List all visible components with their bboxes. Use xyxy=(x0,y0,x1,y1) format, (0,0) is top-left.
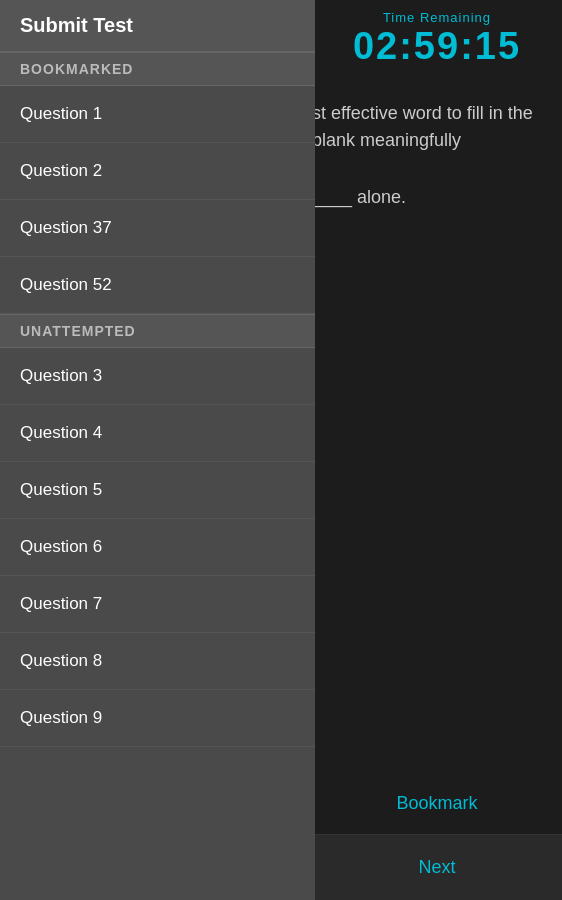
bookmarked-item-4[interactable]: Question 52 xyxy=(0,257,315,314)
question-blank: ____ alone. xyxy=(312,184,552,211)
bookmark-button[interactable]: Bookmark xyxy=(312,773,562,834)
unattempted-item-3[interactable]: Question 5 xyxy=(0,462,315,519)
bookmarked-item-2[interactable]: Question 2 xyxy=(0,143,315,200)
unattempted-item-5[interactable]: Question 7 xyxy=(0,576,315,633)
timer-section: Time Remaining 02:59:15 xyxy=(312,0,562,78)
drawer-scroll-area[interactable]: BOOKMARKED Question 1 Question 2 Questio… xyxy=(0,52,315,900)
bookmarked-label: BOOKMARKED xyxy=(20,61,295,77)
unattempted-section-header: UNATTEMPTED xyxy=(0,314,315,348)
bookmarked-item-3[interactable]: Question 37 xyxy=(0,200,315,257)
timer-value: 02:59:15 xyxy=(327,25,547,68)
unattempted-item-4[interactable]: Question 6 xyxy=(0,519,315,576)
bookmarked-item-1[interactable]: Question 1 xyxy=(0,86,315,143)
navigation-drawer: Submit Test BOOKMARKED Question 1 Questi… xyxy=(0,0,315,900)
submit-test-button[interactable]: Submit Test xyxy=(20,14,295,37)
bookmarked-section-header: BOOKMARKED xyxy=(0,52,315,86)
timer-label: Time Remaining xyxy=(327,10,547,25)
next-button[interactable]: Next xyxy=(312,834,562,900)
unattempted-label: UNATTEMPTED xyxy=(20,323,295,339)
question-text: st effective word to fill in the blank m… xyxy=(312,100,552,211)
question-body: st effective word to fill in the blank m… xyxy=(312,103,533,150)
unattempted-item-7[interactable]: Question 9 xyxy=(0,690,315,747)
unattempted-item-1[interactable]: Question 3 xyxy=(0,348,315,405)
unattempted-item-2[interactable]: Question 4 xyxy=(0,405,315,462)
bottom-buttons: Bookmark Next xyxy=(312,773,562,900)
drawer-header: Submit Test xyxy=(0,0,315,52)
unattempted-item-6[interactable]: Question 8 xyxy=(0,633,315,690)
